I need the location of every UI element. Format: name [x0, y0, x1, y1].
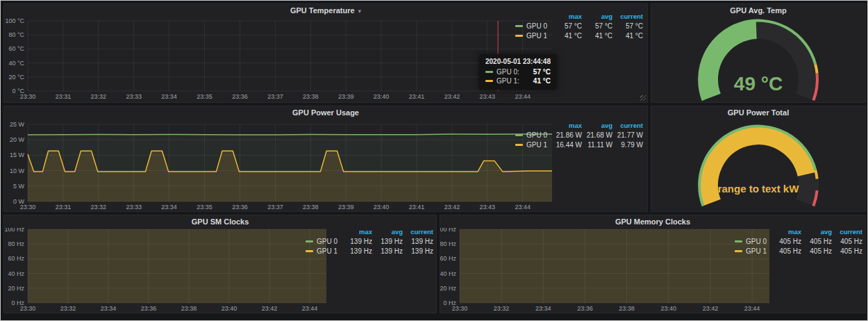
legend-series-value: 139 Hz [372, 247, 403, 255]
legend-series-value: 139 Hz [342, 247, 372, 255]
tooltip-series-name: GPU 1: [496, 77, 519, 85]
svg-text:23:42: 23:42 [703, 305, 719, 312]
chevron-down-icon: ▾ [358, 8, 362, 15]
svg-text:23:43: 23:43 [480, 93, 496, 100]
legend-series-name[interactable]: GPU 1 [526, 141, 547, 149]
panel-resize-handle[interactable] [640, 95, 646, 101]
sm_clocks-chart-canvas[interactable]: 100 Hz80 Hz60 Hz40 Hz20 Hz0 Hz23:3023:32… [4, 228, 331, 314]
panel-title-text: GPU Power Usage [292, 108, 359, 117]
power-chart-canvas[interactable]: 25 W20 W15 W10 W5 W0 W23:3023:3123:3223:… [4, 120, 556, 213]
panel-title-gpu-avg-temp[interactable]: GPU Avg. Temp [651, 4, 865, 17]
gpu-power-usage-chart[interactable]: 25 W20 W15 W10 W5 W0 W23:3023:3123:3223:… [4, 120, 556, 213]
legend-series-row[interactable]: GPU 057 °C57 °C57 °C [515, 21, 643, 31]
legend-series-value: 139 Hz [342, 238, 372, 245]
svg-text:15 W: 15 W [10, 151, 25, 158]
panel-title-gpu-power-usage[interactable]: GPU Power Usage [4, 106, 647, 119]
legend-series-value: 405 Hz [832, 238, 862, 245]
svg-text:23:34: 23:34 [101, 305, 117, 312]
gpu-temperature-chart[interactable]: 100 °C80 °C60 °C40 °C20 °C0 °C23:3023:31… [4, 17, 556, 102]
svg-text:20 Hz: 20 Hz [8, 285, 24, 292]
gpu-temperature-legend: maxavgcurrentGPU 057 °C57 °C57 °CGPU 141… [515, 11, 643, 40]
svg-text:49 °C: 49 °C [734, 73, 783, 94]
legend-series-row[interactable]: GPU 0139 Hz139 Hz139 Hz [306, 236, 433, 246]
svg-text:23:30: 23:30 [20, 204, 36, 211]
panel-gpu-power-total: GPU Power Total range to text kW [651, 106, 866, 212]
gpu-power-total-gauge: range to text kW [651, 119, 865, 212]
svg-text:23:38: 23:38 [303, 204, 319, 211]
legend-series-value: 405 Hz [801, 247, 832, 255]
series-swatch [735, 250, 742, 252]
legend-series-row[interactable]: GPU 116.44 W11.11 W9.79 W [515, 140, 643, 149]
svg-text:23:37: 23:37 [267, 204, 283, 211]
svg-text:23:35: 23:35 [197, 204, 212, 211]
panel-title-text: GPU Temperature [290, 6, 355, 15]
svg-text:23:44: 23:44 [744, 305, 760, 312]
svg-text:80 Hz: 80 Hz [440, 240, 456, 247]
series-swatch [515, 35, 523, 37]
series-swatch [515, 144, 523, 146]
legend-series-value: 139 Hz [372, 238, 403, 245]
panel-title-text: GPU Power Total [728, 108, 789, 117]
legend-series-value: 16.44 W [551, 141, 582, 149]
legend-series-name[interactable]: GPU 0 [526, 131, 547, 139]
legend-series-value: 57 °C [551, 22, 582, 30]
tooltip-timestamp: 2020-05-01 23:44:48 [485, 58, 551, 65]
series-swatch [515, 25, 523, 27]
svg-text:60 Hz: 60 Hz [440, 255, 456, 262]
legend-series-name[interactable]: GPU 0 [526, 22, 547, 30]
graph-tooltip: 2020-05-01 23:44:48 GPU 0: 57 °C GPU 1: … [479, 54, 557, 90]
tooltip-series-name: GPU 0: [496, 68, 519, 76]
series-swatch [735, 240, 742, 242]
svg-text:23:30: 23:30 [20, 305, 36, 312]
svg-text:23:33: 23:33 [126, 204, 142, 211]
svg-text:23:31: 23:31 [56, 93, 72, 100]
panel-title-gpu-power-total[interactable]: GPU Power Total [651, 106, 865, 119]
legend-series-name[interactable]: GPU 0 [746, 238, 767, 245]
gpu-sm-clocks-chart[interactable]: 100 Hz80 Hz60 Hz40 Hz20 Hz0 Hz23:3023:32… [4, 228, 331, 314]
svg-text:23:44: 23:44 [515, 93, 531, 100]
svg-text:23:32: 23:32 [91, 93, 107, 100]
legend-series-name[interactable]: GPU 0 [317, 238, 337, 245]
tooltip-series-value: 57 °C [524, 68, 551, 76]
svg-text:60 °C: 60 °C [8, 45, 24, 52]
svg-text:23:39: 23:39 [338, 93, 354, 100]
svg-text:23:42: 23:42 [444, 204, 460, 211]
svg-text:23:41: 23:41 [409, 204, 425, 211]
panel-gpu-sm-clocks: GPU SM Clocks 100 Hz80 Hz60 Hz40 Hz20 Hz… [3, 215, 437, 313]
legend-series-row[interactable]: GPU 141 °C41 °C41 °C [515, 31, 643, 40]
legend-series-value: 405 Hz [801, 238, 832, 245]
legend-series-name[interactable]: GPU 1 [746, 247, 767, 255]
temperature-chart-canvas[interactable]: 100 °C80 °C60 °C40 °C20 °C0 °C23:3023:31… [4, 17, 556, 102]
gpu-power-usage-legend: maxavgcurrentGPU 021.86 W21.68 W21.77 WG… [515, 120, 643, 149]
gpu-memory-clocks-chart[interactable]: 100 Hz80 Hz60 Hz40 Hz20 Hz0 Hz23:3023:32… [440, 228, 774, 314]
legend-series-row[interactable]: GPU 0405 Hz405 Hz405 Hz [735, 236, 862, 246]
legend-series-row[interactable]: GPU 021.86 W21.68 W21.77 W [515, 130, 643, 140]
svg-text:100 °C: 100 °C [5, 17, 24, 24]
svg-text:23:44: 23:44 [302, 305, 318, 312]
memory_clocks-chart-canvas[interactable]: 100 Hz80 Hz60 Hz40 Hz20 Hz0 Hz23:3023:32… [440, 228, 774, 314]
legend-series-name[interactable]: GPU 1 [317, 247, 337, 255]
svg-text:23:36: 23:36 [577, 305, 593, 312]
panel-gpu-temperature: GPU Temperature▾ 100 °C80 °C60 °C40 °C20… [3, 3, 648, 103]
svg-text:5 W: 5 W [13, 183, 25, 190]
svg-text:23:32: 23:32 [60, 305, 76, 312]
legend-series-value: 21.68 W [582, 131, 612, 139]
svg-text:23:40: 23:40 [374, 204, 390, 211]
panel-gpu-power-usage: GPU Power Usage 25 W20 W15 W10 W5 W0 W23… [3, 106, 648, 212]
legend-header-row: maxavgcurrent [735, 227, 862, 236]
legend-series-value: 21.77 W [612, 131, 643, 139]
svg-text:23:36: 23:36 [232, 93, 248, 100]
legend-series-value: 57 °C [612, 22, 643, 30]
panel-gpu-avg-temp: GPU Avg. Temp 49 °C [651, 3, 866, 103]
legend-series-row[interactable]: GPU 1405 Hz405 Hz405 Hz [735, 246, 862, 256]
svg-text:40 Hz: 40 Hz [440, 270, 456, 277]
svg-text:100 Hz: 100 Hz [4, 228, 24, 233]
svg-text:23:40: 23:40 [222, 305, 237, 312]
series-swatch [306, 240, 313, 242]
series-swatch [515, 134, 523, 136]
legend-series-name[interactable]: GPU 1 [526, 32, 547, 40]
svg-text:23:33: 23:33 [126, 93, 142, 100]
legend-series-row[interactable]: GPU 1139 Hz139 Hz139 Hz [306, 246, 433, 256]
svg-text:80 °C: 80 °C [8, 31, 24, 38]
svg-text:23:41: 23:41 [409, 93, 425, 100]
